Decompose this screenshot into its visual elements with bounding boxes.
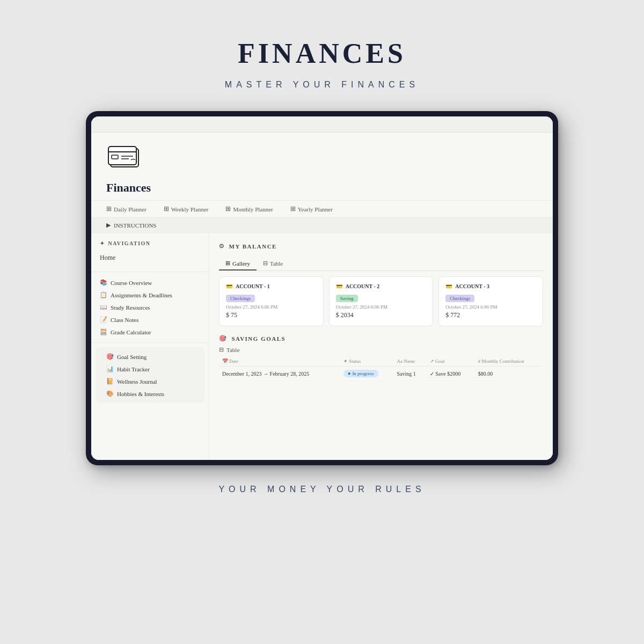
status-icon: ✦: [343, 358, 348, 364]
tablet-device: Finances ⊞ Daily Planner ⊞ Weekly Planne…: [86, 111, 558, 465]
sidebar-item-course-overview[interactable]: 📚 Course Overview: [91, 276, 209, 289]
tab-yearly-planner[interactable]: ⊞ Yearly Planner: [290, 205, 333, 213]
account-3-date: October 27, 2024 6:06 PM: [445, 304, 536, 310]
saving-goals-icon: 🎯: [219, 335, 228, 342]
tab-table[interactable]: ⊟ Table: [257, 257, 289, 270]
account-3-icon: 💳: [445, 283, 452, 289]
grade-calculator-icon: 🧮: [100, 328, 107, 335]
sidebar-item-hobbies[interactable]: 🎨 Hobbies & Interests: [98, 387, 202, 400]
sidebar-item-grade-calculator[interactable]: 🧮 Grade Calculator: [91, 326, 209, 338]
goal-setting-icon: 🎯: [106, 353, 114, 360]
text-icon: Aa: [397, 358, 402, 364]
account-2-header: 💳 ACCOUNT - 2: [336, 283, 427, 289]
table-label: ⊟ Table: [219, 346, 543, 353]
nav-tabs: ⊞ Daily Planner ⊞ Weekly Planner ⊞ Month…: [91, 201, 553, 218]
my-balance-header: ⊙ MY BALANCE: [219, 240, 543, 252]
account-1-icon: 💳: [226, 283, 232, 289]
account-2-date: October 27, 2024 6:06 PM: [336, 304, 427, 310]
instructions-label: INSTRUCTIONS: [114, 222, 156, 229]
sidebar-item-study-resources[interactable]: 📖 Study Resources: [91, 301, 209, 313]
sidebar-item-class-notes[interactable]: 📝 Class Notes: [91, 313, 209, 326]
calendar-icon: 📅: [222, 358, 228, 364]
instructions-bar[interactable]: ▶ INSTRUCTIONS: [91, 218, 553, 233]
account-2-badge: Saving: [336, 295, 358, 302]
tablet-screen: Finances ⊞ Daily Planner ⊞ Weekly Planne…: [91, 116, 553, 460]
col-status: ✦ Status: [340, 356, 393, 367]
saving-goals-section: 🎯 SAVING GOALS ⊟ Table 📅 Date: [219, 335, 543, 381]
account-2-amount: $ 2034: [336, 311, 427, 319]
wellness-journal-icon: 📔: [106, 378, 114, 385]
account-1-badge: Checkings: [226, 295, 255, 302]
table-grid-icon: ⊟: [219, 346, 224, 353]
account-card-1: 💳 ACCOUNT - 1 Checkings October 27, 2024…: [219, 276, 324, 326]
col-monthly-contribution: # Monthly Contribution: [475, 356, 543, 367]
account-2-icon: 💳: [336, 283, 342, 289]
goal-name: Saving 1: [393, 367, 426, 381]
goal-date: December 1, 2023 → February 28, 2025: [219, 367, 340, 381]
gallery-icon: ⊞: [225, 260, 230, 267]
account-3-badge: Checkings: [445, 295, 474, 302]
hobbies-icon: 🎨: [106, 390, 114, 397]
page-subtitle: MASTER YOUR FINANCES: [225, 80, 419, 90]
tab-daily-planner[interactable]: ⊞ Daily Planner: [106, 205, 147, 213]
app-icon-area: [91, 133, 553, 178]
weekly-planner-icon: ⊞: [164, 205, 169, 213]
view-tabs: ⊞ Gallery ⊟ Table: [219, 257, 543, 271]
credit-card-icon: [106, 143, 145, 171]
account-card-3: 💳 ACCOUNT - 3 Checkings October 27, 2024…: [438, 276, 543, 326]
habit-tracker-icon: 📊: [106, 365, 114, 372]
daily-planner-icon: ⊞: [106, 205, 112, 213]
study-resources-icon: 📖: [100, 304, 107, 311]
tab-weekly-planner[interactable]: ⊞ Weekly Planner: [164, 205, 209, 213]
nav-star-icon: ✦: [100, 240, 105, 246]
goal-target: ✓ Save $2000: [427, 367, 475, 381]
saving-goals-header: 🎯 SAVING GOALS: [219, 335, 543, 342]
status-badge: ● In progress: [343, 370, 378, 377]
monthly-planner-icon: ⊞: [225, 205, 231, 213]
class-notes-icon: 📝: [100, 316, 107, 323]
balance-icon: ⊙: [219, 243, 225, 250]
col-date: 📅 Date: [219, 356, 340, 367]
sidebar-divider-2: [91, 342, 209, 343]
assignments-icon: 📋: [100, 291, 107, 298]
goal-monthly: $80.00: [475, 367, 543, 381]
main-content: ✦ NAVIGATION Home 📚 Course Overview 📋 As…: [91, 233, 553, 460]
yearly-planner-icon: ⊞: [290, 205, 296, 213]
sidebar-item-goal-setting[interactable]: 🎯 Goal Setting: [98, 350, 202, 363]
saving-goals-table: 📅 Date ✦ Status Aa Name: [219, 356, 543, 381]
status-dot: ●: [348, 371, 350, 376]
triangle-icon: ▶: [106, 222, 111, 229]
tab-monthly-planner[interactable]: ⊞ Monthly Planner: [225, 205, 273, 213]
account-1-date: October 27, 2024 6:06 PM: [226, 304, 317, 310]
sidebar-home[interactable]: Home: [91, 251, 209, 267]
sidebar: ✦ NAVIGATION Home 📚 Course Overview 📋 As…: [91, 233, 209, 460]
goals-table-header-row: 📅 Date ✦ Status Aa Name: [219, 356, 543, 367]
goal-status: ● In progress: [340, 367, 393, 381]
goal-col-icon: ↗: [430, 358, 434, 364]
footer-tagline: YOUR MONEY YOUR RULES: [218, 485, 425, 494]
account-1-header: 💳 ACCOUNT - 1: [226, 283, 317, 289]
page-title: FINANCES: [238, 38, 406, 69]
table-icon: ⊟: [263, 260, 268, 267]
tab-gallery[interactable]: ⊞ Gallery: [219, 257, 257, 270]
nav-section-title: ✦ NAVIGATION: [91, 240, 209, 251]
goals-table-row-1: December 1, 2023 → February 28, 2025 ● I…: [219, 367, 543, 381]
account-3-amount: $ 772: [445, 311, 536, 319]
account-3-header: 💳 ACCOUNT - 3: [445, 283, 536, 289]
screen-top-bar: [91, 116, 553, 133]
sidebar-sub-section: 🎯 Goal Setting 📊 Habit Tracker 📔 Wellnes…: [96, 347, 204, 403]
app-title: Finances: [91, 178, 553, 201]
svg-rect-1: [108, 147, 136, 165]
accounts-grid: 💳 ACCOUNT - 1 Checkings October 27, 2024…: [219, 276, 543, 326]
col-name: Aa Name: [393, 356, 426, 367]
sidebar-item-habit-tracker[interactable]: 📊 Habit Tracker: [98, 363, 202, 375]
account-card-2: 💳 ACCOUNT - 2 Saving October 27, 2024 6:…: [329, 276, 434, 326]
course-overview-icon: 📚: [100, 279, 107, 286]
sidebar-item-wellness-journal[interactable]: 📔 Wellness Journal: [98, 375, 202, 387]
checkmark-icon: ✓: [430, 371, 434, 377]
col-goal: ↗ Goal: [427, 356, 475, 367]
sidebar-item-assignments-deadlines[interactable]: 📋 Assignments & Deadlines: [91, 289, 209, 301]
right-content: ⊙ MY BALANCE ⊞ Gallery ⊟ Table: [209, 233, 553, 460]
sidebar-divider-1: [91, 272, 209, 272]
hash-icon: #: [478, 358, 481, 364]
